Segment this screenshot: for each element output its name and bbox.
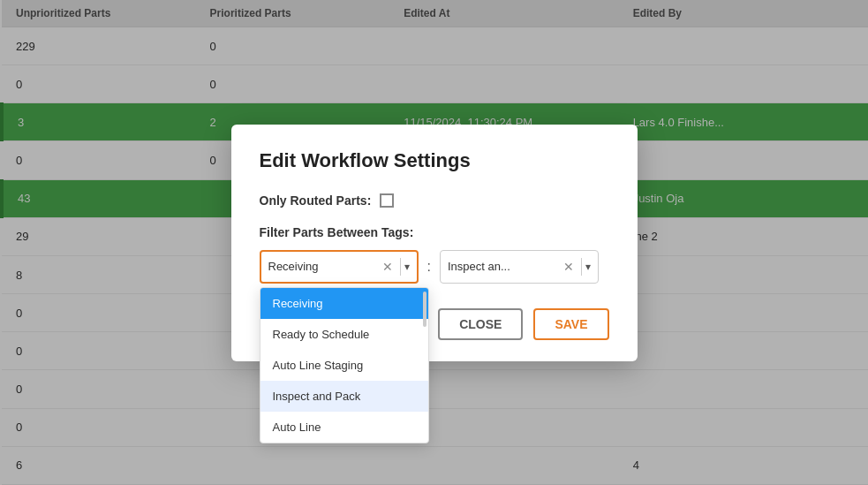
modal-overlay: Edit Workflow Settings Only Routed Parts… — [0, 0, 868, 485]
save-button[interactable]: SAVE — [533, 308, 608, 340]
from-tag-clear-icon[interactable]: ✕ — [382, 260, 393, 274]
to-tag-divider — [581, 258, 582, 276]
dropdown-scrollbar — [423, 292, 426, 327]
filter-row: Receiving ✕ ▾ ReceivingReady to Schedule… — [260, 250, 609, 284]
tag-dropdown: ReceivingReady to ScheduleAuto Line Stag… — [260, 287, 429, 443]
only-routed-label: Only Routed Parts: — [260, 193, 372, 208]
dropdown-item[interactable]: Receiving — [260, 288, 428, 319]
close-button[interactable]: CLOSE — [438, 308, 523, 340]
edit-workflow-modal: Edit Workflow Settings Only Routed Parts… — [231, 125, 638, 361]
filter-label: Filter Parts Between Tags: — [260, 225, 609, 239]
from-tag-value: Receiving — [268, 260, 379, 273]
only-routed-row: Only Routed Parts: — [260, 193, 609, 208]
from-tag-selector[interactable]: Receiving ✕ ▾ — [260, 250, 419, 284]
dropdown-item[interactable]: Ready to Schedule — [260, 319, 428, 350]
from-tag-container: Receiving ✕ ▾ ReceivingReady to Schedule… — [260, 250, 419, 284]
modal-title: Edit Workflow Settings — [260, 149, 609, 172]
only-routed-checkbox[interactable] — [380, 193, 394, 208]
dropdown-item[interactable]: Inspect and Pack — [260, 381, 428, 412]
filter-section: Filter Parts Between Tags: Receiving ✕ ▾… — [260, 225, 609, 284]
colon-separator: : — [426, 259, 433, 275]
from-tag-arrow-icon[interactable]: ▾ — [404, 261, 410, 273]
to-tag-clear-icon[interactable]: ✕ — [563, 260, 574, 274]
to-tag-arrow-icon[interactable]: ▾ — [585, 261, 591, 273]
to-tag-value: Inspect an... — [448, 260, 560, 273]
from-tag-divider — [400, 258, 401, 276]
to-tag-selector[interactable]: Inspect an... ✕ ▾ — [440, 250, 599, 284]
dropdown-item[interactable]: Auto Line Staging — [260, 350, 428, 381]
dropdown-item[interactable]: Auto Line — [260, 412, 428, 443]
